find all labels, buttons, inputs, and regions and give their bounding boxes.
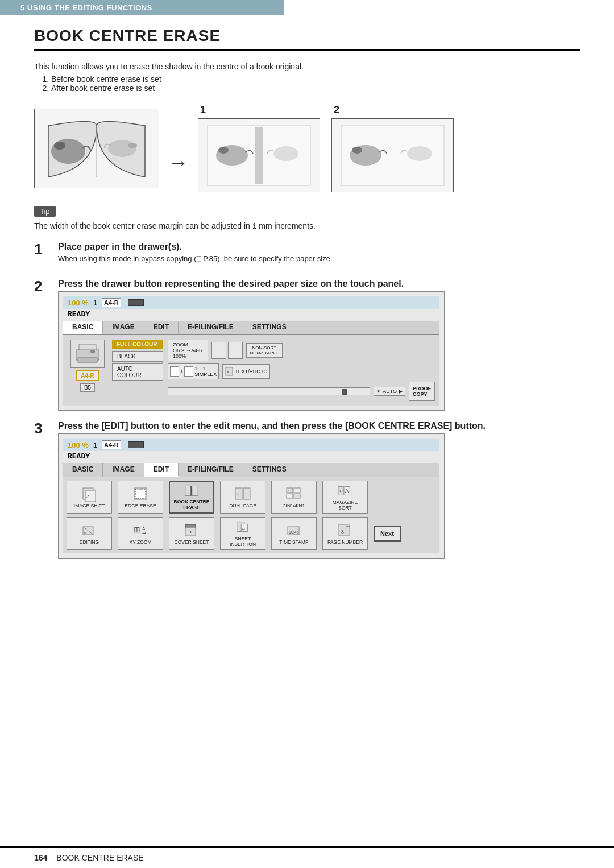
sun-icon: ☀ xyxy=(376,388,381,394)
svg-point-9 xyxy=(273,146,298,161)
svg-text:3: 3 xyxy=(237,491,240,497)
xy-zoom-button[interactable]: ⊞ A ↩ XY ZOOM xyxy=(118,517,163,550)
svg-text:A: A xyxy=(345,488,349,494)
panel-2-tabs[interactable]: BASIC IMAGE EDIT E-FILING/FILE SETTINGS xyxy=(63,463,439,477)
footer-title: BOOK CENTRE ERASE xyxy=(56,853,143,862)
step-2-title: Press the drawer button representing the… xyxy=(58,279,580,289)
editing-button[interactable]: ≡ EDITING xyxy=(67,517,112,550)
step-3-title: Press the [EDIT] button to enter the edi… xyxy=(58,421,580,431)
next-button[interactable]: Next xyxy=(374,526,401,542)
panel-2-status-bar: 100 % 1 A4-R xyxy=(63,439,439,451)
svg-rect-34 xyxy=(294,494,300,498)
svg-rect-26 xyxy=(192,486,198,495)
book-centre-erase-button[interactable]: BOOK CENTRE ERASE xyxy=(169,481,214,514)
tip-text: The width of the book center erase margi… xyxy=(34,221,580,230)
tab-2-image[interactable]: IMAGE xyxy=(103,463,144,477)
slider-thumb xyxy=(342,389,347,395)
svg-rect-47 xyxy=(185,524,196,527)
sheet-insertion-button[interactable]: ↩ SHEET INSERTION xyxy=(220,517,265,550)
svg-text:——: —— xyxy=(289,525,295,528)
full-colour-button[interactable]: FULL COLOUR xyxy=(112,340,163,349)
edit-row-2: ≡ EDITING ⊞ A ↩ XY ZOOM xyxy=(67,517,436,550)
step-1-desc: When using this mode in bypass copying (… xyxy=(58,254,580,263)
panel-1-main: A4-R B5 FULL COLOUR BLACK AUTO COLOUR ZO xyxy=(63,335,439,406)
magazine-sort-label: MAGAZINE SORT xyxy=(326,499,364,511)
panel-2-paper-label: A4-R xyxy=(102,440,121,449)
numbered-images: 1 xyxy=(198,104,580,192)
2in1-4in1-button[interactable]: → 2IN1/4IN1 xyxy=(271,481,317,514)
zoom-label: ZOOM xyxy=(173,342,188,348)
paper-tray-b5[interactable]: B5 xyxy=(80,383,95,392)
svg-text:A: A xyxy=(227,370,229,374)
svg-rect-15 xyxy=(79,344,96,350)
footer-page-number: 164 xyxy=(34,853,47,862)
svg-text:↩: ↩ xyxy=(242,527,245,532)
panel-1-ready: READY xyxy=(63,310,439,319)
svg-point-8 xyxy=(218,147,229,154)
cover-sheet-label: COVER SHEET xyxy=(175,539,209,545)
non-sort-button[interactable]: NON-SORTNON-STAPLE xyxy=(246,343,283,358)
simplex-label: 1→1SIMPLEX xyxy=(194,366,217,377)
svg-rect-24 xyxy=(135,489,146,498)
panel-1-status-bar: 100 % 1 A4-R xyxy=(63,296,439,309)
tab-2-settings[interactable]: SETTINGS xyxy=(243,463,296,477)
magazine-sort-button[interactable]: A ↩ MAGAZINE SORT xyxy=(322,481,368,514)
zoom-org-button[interactable]: ZOOM ORG.→A4-R 100% xyxy=(168,340,208,361)
panel-1-tabs[interactable]: BASIC IMAGE EDIT E-FILING/FILE SETTINGS xyxy=(63,321,439,335)
panel-1-copies: 1 xyxy=(93,299,97,307)
black-button[interactable]: BLACK xyxy=(112,351,163,362)
proof-copy-button[interactable]: PROOFCOPY xyxy=(409,382,435,401)
page-number-button[interactable]: 3 ↩ PAGE NUMBER xyxy=(322,517,368,550)
tab-edit[interactable]: EDIT xyxy=(144,321,179,334)
intro-text: This function allows you to erase the sh… xyxy=(34,62,580,71)
svg-text:≡: ≡ xyxy=(84,531,86,535)
svg-text:↗: ↗ xyxy=(86,494,90,499)
diagram-image-1 xyxy=(198,118,320,192)
svg-rect-32 xyxy=(294,488,300,493)
page-title: BOOK CENTRE ERASE xyxy=(34,27,580,51)
diagram-image-2 xyxy=(331,118,454,192)
2in1-4in1-label: 2IN1/4IN1 xyxy=(283,503,305,509)
tab-image[interactable]: IMAGE xyxy=(103,321,144,334)
step-3: 3 Press the [EDIT] button to enter the e… xyxy=(34,421,580,559)
svg-point-4 xyxy=(128,143,137,148)
time-stamp-button[interactable]: 10:45 —— TIME STAMP xyxy=(271,517,317,550)
svg-text:10:45: 10:45 xyxy=(289,530,299,534)
svg-rect-16 xyxy=(78,357,97,363)
battery-icon xyxy=(128,299,144,306)
dual-page-button[interactable]: 3 DUAL PAGE xyxy=(220,481,265,514)
battery-icon-2 xyxy=(128,441,144,448)
auto-colour-button[interactable]: AUTO COLOUR xyxy=(112,363,163,381)
svg-point-13 xyxy=(407,146,432,161)
slider-bar[interactable] xyxy=(168,387,370,395)
svg-rect-25 xyxy=(185,486,191,495)
page-out-icon xyxy=(184,366,193,377)
intro-list-item-2: After book centre erase is set xyxy=(51,84,580,93)
svg-rect-29 xyxy=(243,488,250,499)
svg-text:3: 3 xyxy=(341,529,344,535)
tab-efiling[interactable]: E-FILING/FILE xyxy=(179,321,243,334)
svg-point-3 xyxy=(108,140,136,157)
tab-2-basic[interactable]: BASIC xyxy=(63,463,103,477)
edit-row-1: ↗ IMAGE SHIFT EDGE ERASE xyxy=(67,481,436,514)
tab-2-efiling[interactable]: E-FILING/FILE xyxy=(179,463,243,477)
svg-text:⊞: ⊞ xyxy=(134,525,140,534)
image-shift-button[interactable]: ↗ IMAGE SHIFT xyxy=(67,481,112,514)
step-1: 1 Place paper in the drawer(s). When usi… xyxy=(34,242,580,268)
tab-2-edit[interactable]: EDIT xyxy=(144,463,179,477)
book-image xyxy=(34,109,159,188)
panel-2-screen: 100 % 1 A4-R READY BASIC IMAGE EDIT E-FI… xyxy=(58,433,445,559)
paper-tray-a4r[interactable]: A4-R xyxy=(76,370,98,381)
editing-label: EDITING xyxy=(80,539,99,545)
arrow-icon: → xyxy=(168,151,189,175)
cover-sheet-button[interactable]: ↩ COVER SHEET xyxy=(169,517,214,550)
paper-icon-2 xyxy=(228,342,243,359)
tab-settings[interactable]: SETTINGS xyxy=(243,321,296,334)
svg-point-12 xyxy=(352,147,362,154)
edge-erase-button[interactable]: EDGE ERASE xyxy=(118,481,163,514)
diagram-num-2: 2 xyxy=(334,104,339,116)
svg-rect-33 xyxy=(287,494,293,498)
svg-rect-6 xyxy=(255,127,263,184)
tab-basic[interactable]: BASIC xyxy=(63,321,103,334)
text-photo-area: A TEXT/PHOTO xyxy=(222,364,269,379)
